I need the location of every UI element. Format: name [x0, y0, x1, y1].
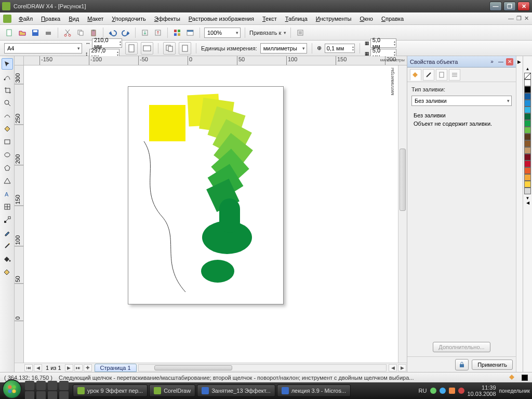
fill-tool[interactable]	[2, 253, 13, 264]
color-swatch[interactable]	[524, 134, 531, 140]
export-icon[interactable]	[153, 28, 163, 38]
apply-button[interactable]: Применить	[472, 360, 513, 370]
lock-button[interactable]	[455, 359, 469, 370]
text-tab[interactable]	[436, 69, 447, 81]
menu-макет[interactable]: Макет	[83, 14, 108, 23]
vertical-scrollbar[interactable]	[398, 65, 407, 363]
zoom-combo[interactable]: 100%	[204, 28, 241, 38]
interactive-fill-tool[interactable]	[2, 266, 13, 277]
menu-текст[interactable]: Текст	[258, 14, 281, 23]
crop-tool[interactable]	[2, 84, 13, 96]
palette-down-button[interactable]: ▼	[526, 196, 530, 201]
horizontal-ruler[interactable]: -150-100-50050100150200250миллиметры	[24, 56, 407, 65]
doc-minimize-button[interactable]: —	[508, 15, 514, 22]
ellipse-tool[interactable]	[2, 149, 13, 161]
ql-icon[interactable]	[36, 381, 46, 390]
fill-type-combo[interactable]: Без заливки	[411, 96, 512, 106]
rectangle-tool[interactable]	[2, 136, 13, 148]
interactive-tool[interactable]	[2, 214, 13, 225]
color-swatch[interactable]	[524, 113, 531, 120]
color-swatch[interactable]	[524, 107, 531, 113]
menu-растровые изображения[interactable]: Растровые изображения	[184, 14, 258, 23]
eyedropper-tool[interactable]	[2, 227, 13, 238]
text-tool[interactable]: A	[2, 188, 13, 200]
menu-вид[interactable]: Вид	[64, 14, 83, 23]
add-page-button[interactable]: ✚	[84, 364, 92, 371]
smart-fill-tool[interactable]	[2, 123, 13, 135]
color-swatch[interactable]	[524, 154, 531, 161]
app-launcher-icon[interactable]	[172, 28, 182, 38]
color-swatch[interactable]	[524, 100, 531, 107]
ql-icon[interactable]	[25, 391, 34, 399]
tray-icon[interactable]	[449, 388, 455, 394]
color-swatch[interactable]	[524, 147, 531, 154]
menu-инструменты[interactable]: Инструменты	[312, 14, 356, 23]
menu-правка[interactable]: Правка	[37, 14, 64, 23]
new-icon[interactable]	[4, 28, 15, 38]
basic-shapes-tool[interactable]	[2, 175, 13, 187]
paste-icon[interactable]	[88, 28, 99, 38]
outline-tab[interactable]	[423, 69, 434, 81]
vertical-ruler[interactable]: 300250200150100500	[15, 65, 24, 363]
save-icon[interactable]	[30, 28, 41, 38]
open-icon[interactable]	[17, 28, 28, 38]
palette-up-button[interactable]: ▲	[526, 66, 530, 71]
first-page-button[interactable]: ⏮	[24, 364, 33, 371]
cut-icon[interactable]	[62, 28, 73, 38]
ql-icon[interactable]	[59, 381, 69, 390]
color-swatch[interactable]	[524, 127, 531, 134]
fill-tab[interactable]	[410, 69, 421, 81]
color-swatch[interactable]	[524, 120, 531, 127]
current-page-button[interactable]	[179, 42, 191, 55]
undo-icon[interactable]	[108, 28, 118, 38]
color-swatch[interactable]	[524, 167, 531, 174]
all-pages-button[interactable]	[163, 42, 176, 55]
options-icon[interactable]	[295, 28, 305, 38]
import-icon[interactable]	[140, 28, 150, 38]
color-swatch[interactable]	[524, 161, 531, 167]
ruler-corner[interactable]	[15, 56, 24, 65]
start-button[interactable]	[2, 379, 22, 399]
last-page-button[interactable]: ⏭	[74, 364, 83, 371]
color-swatch[interactable]	[524, 181, 531, 188]
docker-expand-button[interactable]: »	[488, 58, 496, 65]
web-tab[interactable]	[449, 69, 460, 81]
outline-tool[interactable]	[2, 240, 13, 251]
print-icon[interactable]	[43, 28, 54, 38]
pick-tool[interactable]	[2, 58, 13, 70]
paper-combo[interactable]: A4	[4, 43, 82, 54]
docker-close-button[interactable]: ✕	[506, 58, 513, 65]
color-swatch[interactable]	[524, 93, 531, 100]
ql-icon[interactable]	[48, 381, 57, 390]
units-combo[interactable]: миллиметры	[260, 43, 307, 54]
next-page-button[interactable]: ▶	[65, 364, 73, 371]
color-swatch[interactable]	[524, 79, 531, 86]
color-swatch[interactable]	[524, 86, 531, 93]
advanced-button[interactable]: Дополнительно...	[433, 342, 490, 352]
tray-icon[interactable]	[458, 388, 464, 394]
menu-справка[interactable]: Справка	[377, 14, 408, 23]
ql-icon[interactable]	[36, 391, 46, 399]
prev-page-button[interactable]: ◀	[34, 364, 42, 371]
menu-упорядочить[interactable]: Упорядочить	[108, 14, 150, 23]
horizontal-scrollbar[interactable]	[138, 364, 387, 371]
canvas-viewport[interactable]: миллиметры	[24, 65, 398, 363]
ql-icon[interactable]	[48, 391, 57, 399]
color-swatch[interactable]	[524, 188, 531, 194]
color-swatch[interactable]	[524, 174, 531, 181]
menu-файл[interactable]: Файл	[15, 14, 37, 23]
shape-tool[interactable]	[2, 71, 13, 83]
taskbar-item[interactable]: CorelDraw	[149, 384, 195, 397]
polygon-tool[interactable]	[2, 162, 13, 174]
doc-close-button[interactable]: ✕	[524, 15, 529, 22]
taskbar-item[interactable]: Занятие_13 Эффект...	[197, 384, 275, 397]
scroll-left-button[interactable]: ◀	[389, 364, 397, 371]
page-width-input[interactable]: 210,0 мм	[92, 38, 122, 48]
doc-restore-button[interactable]: ❐	[516, 15, 522, 22]
ql-icon[interactable]	[59, 391, 69, 399]
menu-эффекты[interactable]: Эффекты	[150, 14, 184, 23]
minimize-button[interactable]: —	[489, 2, 502, 11]
system-clock[interactable]: 11:39 10.03.2008	[468, 384, 496, 397]
tray-icon[interactable]	[430, 388, 436, 394]
nudge-input[interactable]: 0,1 мм	[325, 44, 355, 53]
